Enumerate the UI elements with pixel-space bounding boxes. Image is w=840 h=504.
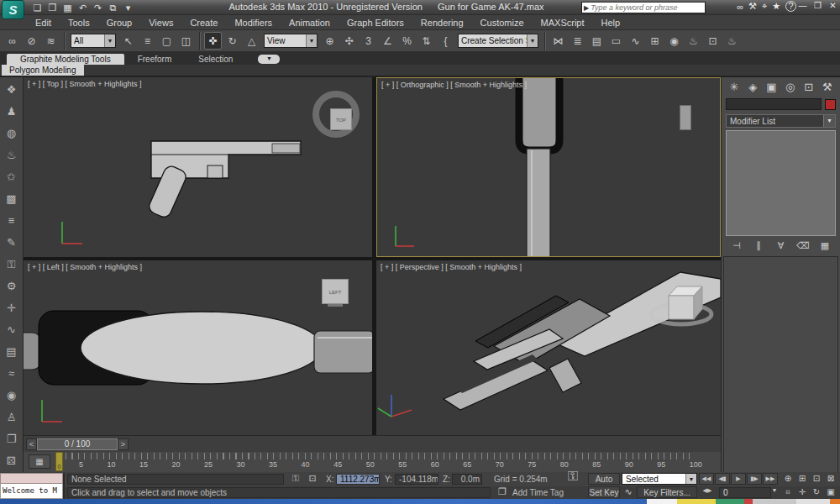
tab-modify[interactable]: ◈ — [745, 80, 760, 94]
add-time-tag-label[interactable]: Add Time Tag — [512, 488, 564, 497]
undo-button[interactable]: ↶ — [76, 1, 90, 14]
viewport-perspective-label[interactable]: [ + ] [ Perspective ] [ Smooth + Highlig… — [381, 263, 522, 271]
absolute-mode-icon[interactable]: ⊡ — [306, 473, 319, 484]
manage-scene-button[interactable]: ⧉ — [106, 1, 120, 14]
selection-filter-dropdown[interactable]: All ▼ — [71, 34, 116, 48]
menu-customize[interactable]: Customize — [472, 18, 533, 28]
track-bar-playhead[interactable]: 0 — [55, 452, 63, 471]
previous-frame-button[interactable]: ◀▮ — [715, 473, 730, 485]
tab-create[interactable]: ✳ — [727, 80, 742, 94]
y-coordinate-field[interactable]: -104.118m — [395, 474, 438, 485]
save-file-button[interactable]: ▦ — [60, 1, 75, 14]
tab-hierarchy[interactable]: ▣ — [764, 80, 779, 94]
reference-coordinate-dropdown[interactable]: View ▼ — [264, 34, 318, 48]
close-button[interactable]: ✕ — [827, 1, 838, 10]
time-tag-icon[interactable]: ❐ — [496, 486, 509, 497]
lamp-icon[interactable]: ♨ — [3, 147, 20, 164]
tab-motion[interactable]: ◎ — [783, 80, 798, 94]
mini-curve-editor-button[interactable]: ▦ — [29, 454, 50, 469]
zoom-region-icon[interactable]: ⌗ — [781, 486, 795, 497]
book-icon[interactable]: ▤ — [3, 344, 20, 360]
viewport-orthographic[interactable]: [ + ] [ Orthographic ] [ Smooth + Highli… — [376, 77, 721, 257]
unlink-selection-icon[interactable]: ⊘ — [23, 32, 40, 50]
set-key-button[interactable]: Set Key — [588, 486, 620, 498]
render-production-icon[interactable]: ♨ — [723, 32, 741, 50]
material-editor-icon[interactable]: ◉ — [665, 32, 683, 50]
dice-lock-icon[interactable]: ⚄ — [3, 453, 20, 470]
communication-center-icon[interactable]: ⌖ — [762, 1, 767, 12]
marker-pen-icon[interactable]: ✎ — [3, 234, 20, 251]
taskbar-item[interactable] — [753, 499, 796, 504]
snaps-toggle-3d-icon[interactable]: 3 — [360, 32, 377, 50]
menu-group[interactable]: Group — [98, 18, 141, 28]
dropdown-arrow-icon[interactable]: ▼ — [306, 34, 317, 47]
taskbar-item[interactable] — [830, 499, 840, 504]
select-and-move-icon[interactable]: ✜ — [204, 32, 222, 50]
select-object-icon[interactable]: ↖ — [119, 32, 137, 50]
named-selection-set-dropdown[interactable]: Create Selection Se ▼ — [458, 34, 538, 48]
zoom-extents-icon[interactable]: ⊡ — [810, 473, 823, 484]
align-icon[interactable]: ≣ — [569, 32, 586, 50]
play-button[interactable]: ▶ — [731, 473, 746, 485]
object-color-swatch[interactable] — [825, 99, 836, 110]
spinner-snap-icon[interactable]: ⇅ — [417, 32, 435, 50]
macro-recorder-line[interactable] — [0, 473, 63, 484]
viewcube-left-face[interactable]: LEFT — [322, 279, 349, 304]
next-frame-arrow[interactable]: > — [118, 438, 129, 450]
rectangular-selection-region-icon[interactable]: ▢ — [158, 32, 176, 50]
curve-editor-icon[interactable]: ∿ — [627, 32, 644, 50]
select-and-scale-icon[interactable]: △ — [243, 32, 260, 50]
layer-manager-icon[interactable]: ▤ — [588, 32, 606, 50]
angle-snap-icon[interactable]: ∠ — [379, 32, 396, 50]
bind-to-space-warp-icon[interactable]: ≋ — [42, 32, 60, 50]
viewport-left-label[interactable]: [ + ] [ Left ] [ Smooth + Highlights ] — [28, 263, 142, 271]
graphite-ribbon-toggle-icon[interactable]: ▭ — [607, 32, 625, 50]
mirror-icon[interactable]: ⋈ — [549, 32, 567, 50]
tab-display[interactable]: ⊡ — [801, 80, 816, 94]
taskbar-item[interactable] — [796, 499, 830, 504]
select-and-manipulate-icon[interactable]: ✣ — [340, 32, 358, 50]
menu-graph-editors[interactable]: Graph Editors — [339, 18, 412, 28]
key-filters-button[interactable]: Key Filters... — [637, 486, 697, 498]
viewcube-top-face[interactable]: TOP — [330, 108, 352, 130]
zoom-extents-all-icon[interactable]: ⊠ — [824, 473, 837, 484]
viewport-top-label[interactable]: [ + ] [ Top ] [ Smooth + Highlights ] — [28, 80, 141, 88]
redo-button[interactable]: ↷ — [91, 1, 105, 14]
selection-lock-icon[interactable]: ⚿ — [289, 473, 302, 484]
key-step-toggle-icon[interactable]: ◀▶ — [699, 487, 716, 494]
window-crossing-icon[interactable]: ◫ — [177, 32, 195, 50]
remove-modifier-icon[interactable]: ⌫ — [796, 240, 810, 251]
menu-maxscript[interactable]: MAXScript — [533, 18, 593, 28]
track-bar[interactable]: ▦ 51015202530354045505560657075808590951… — [24, 452, 721, 472]
current-frame-field[interactable]: 0 — [719, 487, 771, 498]
render-setup-icon[interactable]: ♨ — [685, 32, 702, 50]
frame-spinner-icon[interactable]: ▼ — [771, 487, 778, 493]
new-file-button[interactable]: ❏ — [30, 1, 45, 14]
axis-cross-icon[interactable]: ✛ — [3, 300, 20, 317]
edit-named-selection-sets-icon[interactable]: { — [437, 32, 454, 50]
cloth-shirt-icon[interactable]: ♟ — [3, 103, 20, 120]
search-input[interactable] — [591, 3, 705, 12]
menu-modifiers[interactable]: Modifiers — [226, 18, 281, 28]
select-and-rotate-icon[interactable]: ↻ — [223, 32, 241, 50]
percent-snap-icon[interactable]: % — [398, 32, 416, 50]
tab-freeform[interactable]: Freeform — [124, 54, 186, 65]
use-pivot-point-center-icon[interactable]: ⊕ — [321, 32, 339, 50]
page-icon[interactable]: ❐ — [3, 431, 20, 448]
z-coordinate-field[interactable]: 0.0m — [452, 474, 482, 485]
orbit-icon[interactable]: ↻ — [810, 486, 823, 497]
next-frame-button[interactable]: ▮▶ — [747, 473, 762, 485]
qat-dropdown-arrow[interactable]: ▾ — [121, 1, 135, 14]
menu-tools[interactable]: Tools — [60, 18, 98, 28]
menu-create[interactable]: Create — [181, 18, 226, 28]
maximize-viewport-toggle-icon[interactable]: ▣ — [824, 486, 837, 497]
menu-rendering[interactable]: Rendering — [412, 18, 472, 28]
bone-tool-icon[interactable]: ⚿ — [3, 256, 20, 273]
open-file-button[interactable]: ❒ — [45, 1, 60, 14]
pin-stack-icon[interactable]: ⊣ — [730, 240, 743, 251]
zoom-all-icon[interactable]: ⊞ — [795, 473, 809, 484]
subscription-wrench-icon[interactable]: ⚒ — [748, 1, 757, 12]
time-slider-grip[interactable]: 0 / 100 — [37, 438, 118, 450]
zoom-icon[interactable]: ⊕ — [781, 473, 795, 484]
menu-help[interactable]: Help — [593, 18, 629, 28]
